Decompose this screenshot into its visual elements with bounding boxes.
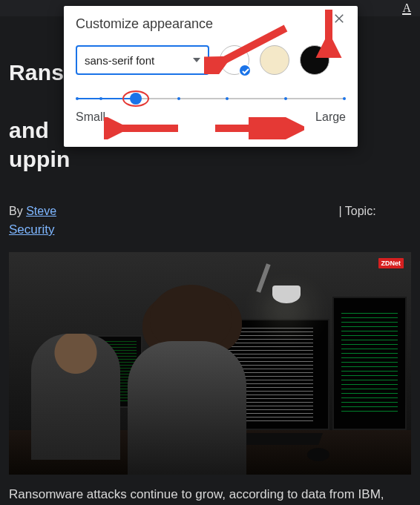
close-icon: [332, 12, 346, 25]
slider-tick: [226, 97, 229, 100]
byline-prefix: By: [9, 205, 26, 217]
theme-light[interactable]: [220, 45, 249, 75]
close-button[interactable]: [332, 12, 350, 30]
theme-dark[interactable]: [300, 45, 329, 75]
topic-link[interactable]: Security: [9, 222, 54, 237]
popup-title: Customize appearance: [76, 16, 346, 32]
slider-tick: [99, 97, 102, 100]
font-theme-row: sans-serif font: [76, 45, 346, 75]
reader-mode-icon[interactable]: A: [402, 3, 411, 15]
byline: By Steve xxxxxxxxxxxxxxxxxxxxxxxxxxxxxxx…: [9, 205, 411, 218]
body-text-1: Ransomware attacks continue to grow, acc…: [9, 487, 384, 505]
source-logo: ZDNet: [378, 258, 404, 268]
customize-appearance-popup: Customize appearance sans-serif font Sma…: [64, 6, 358, 147]
headline-fragment-1: Rans: [9, 60, 64, 85]
font-select-value: sans-serif font: [85, 54, 154, 67]
slider-thumb[interactable]: [130, 93, 142, 105]
slider-tick: [76, 97, 79, 100]
font-select[interactable]: sans-serif font: [76, 45, 209, 75]
article-body: Ransomware attacks continue to grow, acc…: [9, 485, 411, 505]
slider-fill: [77, 98, 136, 99]
theme-sepia[interactable]: [260, 45, 289, 75]
slider-label-large: Large: [315, 110, 346, 124]
hero-image: ZDNet: [9, 252, 411, 475]
slider-tick: [284, 97, 287, 100]
slider-labels: Small Large: [76, 110, 346, 124]
headline-fragment-2: and: [9, 118, 49, 142]
headline-fragment-3: uppin: [9, 147, 70, 171]
slider-tick: [177, 97, 180, 100]
slider-label-small: Small: [76, 110, 105, 124]
chevron-down-icon: [193, 58, 200, 62]
topic-label: Topic:: [342, 205, 376, 217]
slider-tick: [343, 97, 346, 100]
author-link[interactable]: Steve: [26, 205, 56, 217]
check-icon: [238, 64, 252, 77]
text-size-slider[interactable]: [77, 91, 344, 106]
